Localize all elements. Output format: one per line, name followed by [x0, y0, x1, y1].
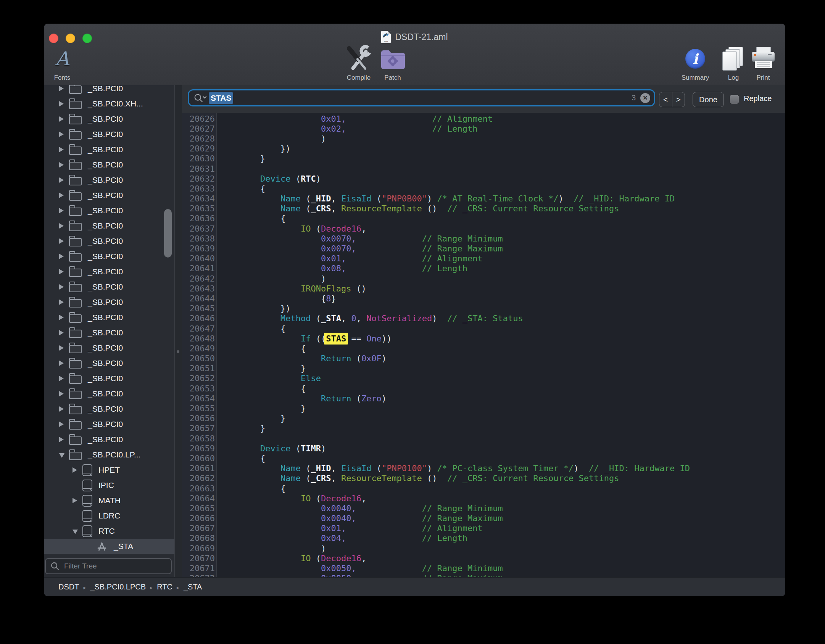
code-line-20661[interactable]: 20661 Name (_HID, EisaId ("PNP0100") /* … [182, 464, 785, 473]
chevron-down-icon[interactable] [73, 530, 78, 534]
breadcrumb-item-sta[interactable]: _STA [184, 583, 202, 591]
code-line-20647[interactable]: 20647 { [182, 324, 785, 333]
chevron-right-icon[interactable] [59, 101, 64, 106]
code-line-20642[interactable]: 20642 ) [182, 274, 785, 283]
chevron-right-icon[interactable] [59, 86, 64, 91]
code-line-20651[interactable]: 20651 } [182, 364, 785, 374]
code-line-20656[interactable]: 20656 } [182, 414, 785, 423]
tree-item-sb-pci0[interactable]: _SB.PCI0 [44, 157, 174, 172]
find-previous-button[interactable]: < [659, 92, 672, 107]
code-line-20644[interactable]: 20644 {8} [182, 293, 785, 303]
chevron-right-icon[interactable] [59, 132, 64, 137]
tree-item-sb-pci0-lp[interactable]: _SB.PCI0.LP... [44, 447, 174, 462]
code-line-20643[interactable]: 20643 IRQNoFlags () [182, 283, 785, 293]
done-button[interactable]: Done [693, 92, 724, 107]
code-line-20626[interactable]: 20626 0x01, // Alignment [182, 114, 785, 124]
chevron-right-icon[interactable] [59, 299, 64, 305]
code-line-20658[interactable]: 20658 [182, 433, 785, 443]
code-line-20663[interactable]: 20663 { [182, 483, 785, 493]
chevron-right-icon[interactable] [59, 223, 64, 229]
chevron-right-icon[interactable] [59, 345, 64, 351]
chevron-right-icon[interactable] [73, 498, 77, 503]
breadcrumb-item-sb-pci0-lpcb[interactable]: _SB.PCI0.LPCB [90, 583, 146, 591]
chevron-down-icon[interactable] [59, 453, 64, 458]
code-line-20646[interactable]: 20646 Method (_STA, 0, NotSerialized) //… [182, 314, 785, 324]
code-line-20670[interactable]: 20670 IO (Decode16, [182, 553, 785, 563]
code-line-20648[interactable]: 20648 If ((STAS == One)) [182, 333, 785, 343]
tree-item-sb-pci0[interactable]: _SB.PCI0 [44, 172, 174, 188]
tree-item-sb-pci0[interactable]: _SB.PCI0 [44, 111, 174, 127]
chevron-right-icon[interactable] [59, 330, 64, 335]
code-line-20636[interactable]: 20636 { [182, 214, 785, 224]
toolbar-button-summary[interactable]: i Summary [674, 44, 716, 82]
code-line-20659[interactable]: 20659 Device (TIMR) [182, 443, 785, 453]
filter-tree-input[interactable]: Filter Tree [45, 558, 172, 574]
tree-item-sb-pci0[interactable]: _SB.PCI0 [44, 218, 174, 233]
tree-item-sb-pci0[interactable]: _SB.PCI0 [44, 356, 174, 371]
tree-item-sb-pci0[interactable]: _SB.PCI0 [44, 295, 174, 310]
chevron-right-icon[interactable] [59, 116, 64, 122]
tree-item-sb-pci0[interactable]: _SB.PCI0 [44, 249, 174, 264]
code-line-20669[interactable]: 20669 ) [182, 543, 785, 553]
chevron-right-icon[interactable] [59, 361, 64, 366]
code-line-20637[interactable]: 20637 IO (Decode16, [182, 224, 785, 233]
code-line-20650[interactable]: 20650 Return (0x0F) [182, 354, 785, 364]
breadcrumb-item-dsdt[interactable]: DSDT [58, 583, 79, 591]
chevron-right-icon[interactable] [59, 315, 64, 320]
chevron-right-icon[interactable] [59, 406, 64, 412]
code-line-20665[interactable]: 20665 0x0040, // Range Minimum [182, 503, 785, 513]
code-line-20645[interactable]: 20645 }) [182, 304, 785, 314]
tree-item-ipic[interactable]: IPIC [44, 478, 174, 493]
code-line-20657[interactable]: 20657 } [182, 423, 785, 433]
code-line-20655[interactable]: 20655 } [182, 403, 785, 413]
code-line-20660[interactable]: 20660 { [182, 453, 785, 463]
search-input[interactable]: STAS 3 ✕ [188, 89, 655, 106]
chevron-right-icon[interactable] [73, 467, 77, 473]
chevron-right-icon[interactable] [59, 177, 64, 183]
chevron-right-icon[interactable] [59, 422, 64, 427]
code-line-20662[interactable]: 20662 Name (_CRS, ResourceTemplate () //… [182, 473, 785, 483]
code-line-20630[interactable]: 20630 } [182, 154, 785, 164]
tree-item-sb-pci0[interactable]: _SB.PCI0 [44, 279, 174, 295]
tree-item-sb-pci0[interactable]: _SB.PCI0 [44, 340, 174, 356]
tree-item-sb-pci0[interactable]: _SB.PCI0 [44, 325, 174, 340]
tree-item-sb-pci0[interactable]: _SB.PCI0 [44, 127, 174, 142]
tree-item-sb-pci0[interactable]: _SB.PCI0 [44, 386, 174, 401]
chevron-right-icon[interactable] [59, 284, 64, 290]
breadcrumb-item-rtc[interactable]: RTC [157, 583, 172, 591]
code-line-20653[interactable]: 20653 { [182, 383, 785, 393]
code-line-20634[interactable]: 20634 Name (_HID, EisaId ("PNP0B00") /* … [182, 194, 785, 204]
tree-item-sb-pci0[interactable]: _SB.PCI0 [44, 233, 174, 249]
code-line-20635[interactable]: 20635 Name (_CRS, ResourceTemplate () //… [182, 204, 785, 214]
code-line-20631[interactable]: 20631 [182, 164, 785, 174]
code-line-20649[interactable]: 20649 { [182, 343, 785, 353]
chevron-right-icon[interactable] [59, 376, 64, 381]
tree-item-hpet[interactable]: HPET [44, 462, 174, 478]
code-line-20652[interactable]: 20652 Else [182, 374, 785, 383]
code-line-20641[interactable]: 20641 0x08, // Length [182, 264, 785, 274]
code-line-20627[interactable]: 20627 0x02, // Length [182, 124, 785, 134]
code-line-20632[interactable]: 20632 Device (RTC) [182, 174, 785, 184]
pane-splitter[interactable] [174, 85, 183, 577]
toolbar-button-patch[interactable]: Patch [372, 44, 414, 82]
code-line-20671[interactable]: 20671 0x0050, // Range Minimum [182, 563, 785, 573]
tree-item-ldrc[interactable]: LDRC [44, 508, 174, 523]
chevron-right-icon[interactable] [59, 238, 64, 244]
clear-search-icon[interactable]: ✕ [640, 93, 650, 103]
chevron-right-icon[interactable] [59, 147, 64, 152]
document-proxy-icon[interactable]: AML [381, 31, 391, 43]
tree-item-sb-pci0[interactable]: _SB.PCI0 [44, 401, 174, 417]
toolbar-button-fonts[interactable]: A Fonts [44, 44, 83, 82]
tree-item-sb-pci0[interactable]: _SB.PCI0 [44, 310, 174, 325]
code-line-20672[interactable]: 20672 0x0050, // Range Maximum [182, 573, 785, 577]
tree-item-sb-pci0[interactable]: _SB.PCI0 [44, 432, 174, 447]
acpi-tree[interactable]: _SB.PCI0_SB.PCI0.XH..._SB.PCI0_SB.PCI0_S… [44, 85, 174, 558]
code-line-20629[interactable]: 20629 }) [182, 144, 785, 154]
tree-item-sb-pci0[interactable]: _SB.PCI0 [44, 142, 174, 157]
code-line-20638[interactable]: 20638 0x0070, // Range Minimum [182, 233, 785, 243]
code-line-20628[interactable]: 20628 ) [182, 134, 785, 143]
code-line-20668[interactable]: 20668 0x04, // Length [182, 533, 785, 543]
code-line-20654[interactable]: 20654 Return (Zero) [182, 393, 785, 403]
toolbar-button-print[interactable]: Print [742, 44, 784, 82]
code-line-20666[interactable]: 20666 0x0040, // Range Maximum [182, 514, 785, 523]
